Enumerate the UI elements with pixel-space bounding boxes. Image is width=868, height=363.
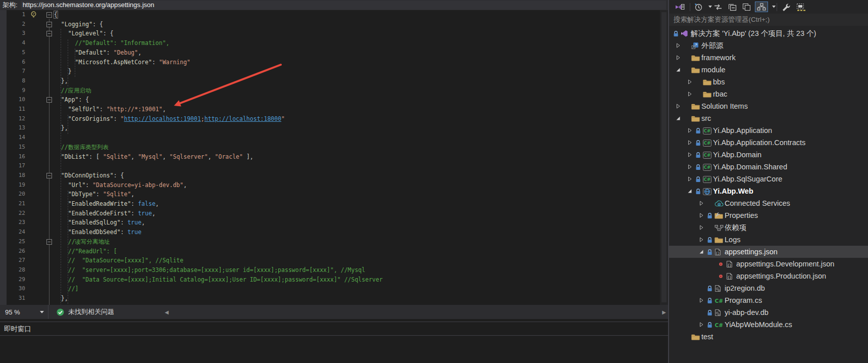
tree-item[interactable]: bbs — [669, 76, 868, 88]
code-line[interactable]: 6 "Microsoft.AspNetCore": "Warning" — [0, 58, 668, 67]
chevron-collapsed-icon[interactable] — [688, 152, 695, 157]
code-line[interactable]: 2– "Logging": { — [0, 20, 668, 29]
tree-item[interactable]: C#YiAbpWebModule.cs — [669, 319, 868, 331]
tree-item[interactable]: {}appsettings.Production.json — [669, 270, 868, 282]
fold-collapse-icon[interactable]: – — [46, 239, 52, 245]
zoom-level-select[interactable]: 95 % — [0, 305, 48, 319]
chevron-collapsed-icon[interactable] — [688, 79, 695, 84]
tree-item[interactable]: module — [669, 64, 868, 76]
code-line[interactable]: 27 // "DataSource=[xxxx]", //Sqlite — [0, 256, 668, 265]
chevron-collapsed-icon[interactable] — [688, 140, 695, 145]
chevron-collapsed-icon[interactable] — [688, 128, 695, 133]
preview-selected-items-icon[interactable] — [755, 2, 768, 12]
chevron-down-icon[interactable] — [772, 6, 776, 8]
code-line[interactable]: 15 //数据库类型列表 — [0, 143, 668, 152]
fold-collapse-icon[interactable]: – — [46, 31, 52, 36]
code-line[interactable]: 22 "EnabledCodeFirst": true, — [0, 209, 668, 218]
code-line[interactable]: 18– "DbConnOptions": { — [0, 171, 668, 180]
code-line[interactable]: 9 //应用启动 — [0, 86, 668, 96]
code-line[interactable]: 10– "App": { — [0, 95, 668, 105]
code-line[interactable]: 14 — [0, 133, 668, 143]
code-line[interactable]: 26 //"ReadUrl": [ — [0, 247, 668, 256]
code-line[interactable]: 16 "DbList": [ "Sqlite", "Mysql", "Sqlse… — [0, 152, 668, 162]
horizontal-scrollbar[interactable]: ◀ ▶ — [163, 305, 668, 319]
collapse-all-icon[interactable] — [727, 2, 738, 12]
code-line[interactable]: 17 — [0, 161, 668, 171]
code-line[interactable]: 29 // "Data Source=[xxxx];Initial Catalo… — [0, 275, 668, 285]
show-all-files-icon[interactable] — [795, 2, 807, 12]
properties-wrench-icon[interactable] — [780, 2, 792, 12]
chevron-expanded-icon[interactable] — [688, 189, 695, 194]
schema-url-combobox[interactable]: https://json.schemastore.org/appsettings… — [21, 1, 666, 10]
chevron-collapsed-icon[interactable] — [676, 104, 684, 109]
tree-item-solution-root[interactable]: 解决方案 'Yi.Abp' (23 个项目, 共 23 个) — [669, 27, 868, 39]
code-line[interactable]: 11 "SelfUrl": "http://*:19001", — [0, 105, 668, 114]
tree-item[interactable]: Yi.Abp.Web — [669, 185, 868, 197]
fold-collapse-icon[interactable]: – — [46, 173, 52, 178]
chevron-collapsed-icon[interactable] — [699, 322, 707, 327]
tree-item[interactable]: Connected Services — [669, 197, 868, 209]
tree-item[interactable]: Solution Items — [669, 100, 868, 112]
code-line[interactable]: 3– "LogLevel": { — [0, 29, 668, 38]
scroll-left-icon[interactable]: ◀ — [163, 309, 171, 315]
tree-item[interactable]: C#Yi.Abp.Application.Contracts — [669, 137, 868, 149]
code-line[interactable]: 1–{ — [0, 10, 668, 20]
chevron-expanded-icon[interactable] — [699, 250, 707, 254]
code-line[interactable]: 4 //"Default": "Information", — [0, 38, 668, 48]
code-line[interactable]: 23 "EnabledSqlLog": true, — [0, 218, 668, 228]
solution-explorer-search-input[interactable]: 搜索解决方案资源管理器(Ctrl+;) — [669, 14, 868, 26]
tree-item[interactable]: C#Program.cs — [669, 294, 868, 306]
tree-item[interactable]: C#Yi.Abp.Application — [669, 124, 868, 137]
tree-item[interactable]: yi-abp-dev.db — [669, 306, 868, 319]
chevron-expanded-icon[interactable] — [676, 68, 684, 72]
editor-vertical-scrollbar[interactable] — [660, 10, 668, 305]
fold-collapse-icon[interactable]: – — [46, 12, 52, 18]
lightbulb-icon[interactable] — [30, 11, 37, 18]
code-line[interactable]: 7 } — [0, 67, 668, 76]
chevron-collapsed-icon[interactable] — [699, 201, 707, 206]
code-line[interactable]: 13 }, — [0, 123, 668, 133]
code-line[interactable]: 5 "Default": "Debug", — [0, 48, 668, 58]
chevron-expanded-icon[interactable] — [676, 116, 684, 121]
code-line[interactable]: 31 }, — [0, 294, 668, 303]
code-line[interactable]: 19 "Url": "DataSource=yi-abp-dev.db", — [0, 180, 668, 190]
chevron-collapsed-icon[interactable] — [676, 55, 684, 60]
tree-item[interactable]: rbac — [669, 88, 868, 100]
tree-item[interactable]: 外部源 — [669, 39, 868, 52]
tree-item[interactable]: test — [669, 331, 868, 343]
tree-item[interactable]: C#Yi.Abp.Domain — [669, 149, 868, 161]
chevron-down-icon[interactable] — [708, 6, 712, 8]
scrollbar-thumb[interactable] — [661, 12, 667, 302]
tree-item[interactable]: ip2region.db — [669, 282, 868, 294]
tree-item[interactable]: {}appsettings.json — [669, 246, 868, 258]
fold-collapse-icon[interactable]: – — [46, 22, 52, 27]
tree-item[interactable]: framework — [669, 52, 868, 64]
sync-with-active-document-icon[interactable] — [712, 3, 724, 12]
tree-item[interactable]: Logs — [669, 234, 868, 246]
code-line[interactable]: 28 // "server=[xxxx];port=3306;database=… — [0, 265, 668, 275]
chevron-collapsed-icon[interactable] — [699, 225, 707, 230]
code-line[interactable]: 25– //读写分离地址 — [0, 237, 668, 247]
tree-item[interactable]: 依赖项 — [669, 221, 868, 234]
code-line[interactable]: 30 //] — [0, 284, 668, 294]
code-line[interactable]: 8 }, — [0, 76, 668, 86]
tree-item[interactable]: C#Yi.Abp.Domain.Shared — [669, 161, 868, 173]
code-line[interactable]: 20 "DbType": "Sqlite", — [0, 190, 668, 199]
tree-item[interactable]: Properties — [669, 209, 868, 221]
pending-changes-filter-icon[interactable] — [693, 2, 704, 12]
chevron-collapsed-icon[interactable] — [699, 237, 707, 242]
scrollbar-track[interactable] — [171, 310, 660, 314]
tree-item[interactable]: C#Yi.Abp.SqlSugarCore — [669, 173, 868, 185]
code-line[interactable]: 21 "EnabledReadWrite": false, — [0, 199, 668, 209]
code-line[interactable]: 12 "CorsOrigins": "http://localhost:1900… — [0, 114, 668, 124]
switch-views-icon[interactable] — [673, 2, 686, 12]
scroll-right-icon[interactable]: ▶ — [660, 309, 668, 315]
chevron-collapsed-icon[interactable] — [688, 176, 695, 182]
immediate-window-title[interactable]: 即时窗口 — [0, 322, 668, 336]
code-line[interactable]: 24 "EnabledDbSeed": true — [0, 228, 668, 237]
chevron-collapsed-icon[interactable] — [699, 213, 707, 218]
chevron-collapsed-icon[interactable] — [699, 298, 707, 303]
properties-pages-icon[interactable] — [741, 2, 752, 12]
tree-item[interactable]: {}appsettings.Development.json — [669, 258, 868, 270]
chevron-collapsed-icon[interactable] — [688, 164, 695, 169]
